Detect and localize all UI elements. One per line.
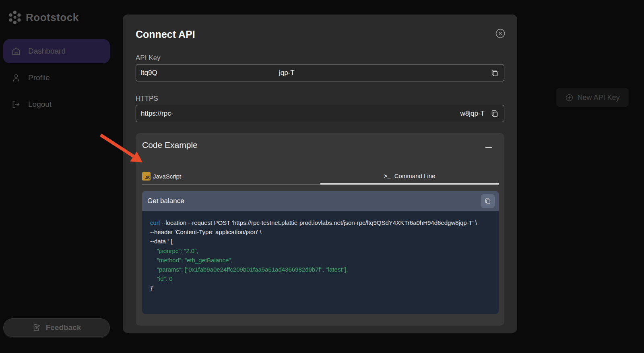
https-value-end: w8jqp-T bbox=[460, 110, 485, 118]
modal-title: Connect API bbox=[136, 29, 195, 40]
code-line: }' bbox=[150, 283, 491, 293]
terminal-icon: >_ bbox=[384, 173, 391, 179]
api-key-input[interactable]: ltq9Q jqp-T bbox=[136, 64, 504, 81]
api-key-value-middle: jqp-T bbox=[279, 69, 295, 77]
code-line: "method": "eth_getBalance", bbox=[150, 255, 491, 265]
code-line: "jsonrpc": "2.0", bbox=[150, 246, 491, 255]
copy-icon[interactable] bbox=[490, 109, 499, 118]
app-root: Rootstock Dashboard Profile Logout bbox=[0, 0, 644, 353]
api-key-value-start: ltq9Q bbox=[141, 69, 157, 77]
code-example-card: Code Example JS JavaScript >_ Command Li… bbox=[136, 133, 504, 326]
https-label: HTTPS bbox=[136, 95, 158, 103]
code-line: --header 'Content-Type: application/json… bbox=[150, 227, 491, 237]
code-example-title: Code Example bbox=[142, 140, 198, 150]
code-snippet-title: Get balance bbox=[147, 197, 184, 205]
https-value-start: https://rpc- bbox=[141, 110, 173, 118]
tab-javascript[interactable]: JS JavaScript bbox=[142, 168, 320, 185]
code-snippet-header: Get balance bbox=[142, 191, 499, 211]
connect-api-modal: Connect API API Key ltq9Q jqp-T HTTPS ht… bbox=[123, 15, 517, 333]
copy-icon[interactable] bbox=[490, 69, 499, 77]
code-snippet-box: Get balance curl --location --request PO… bbox=[142, 191, 499, 314]
tab-label: JavaScript bbox=[153, 173, 181, 180]
api-key-label: API Key bbox=[136, 54, 160, 62]
code-line: "params": ["0x1fab9a0e24ffc209b01faa5a61… bbox=[150, 265, 491, 274]
code-snippet-body[interactable]: curl --location --request POST 'https://… bbox=[142, 211, 499, 314]
tab-label: Command Line bbox=[394, 172, 436, 179]
code-line: "id": 0 bbox=[150, 274, 491, 283]
code-tabs: JS JavaScript >_ Command Line bbox=[142, 168, 499, 185]
collapse-icon[interactable] bbox=[485, 143, 493, 151]
copy-icon bbox=[484, 197, 491, 205]
copy-code-button[interactable] bbox=[481, 194, 495, 208]
code-line: --data ' { bbox=[150, 237, 491, 246]
https-input[interactable]: https://rpc- w8jqp-T bbox=[136, 105, 504, 122]
close-icon[interactable] bbox=[495, 28, 506, 39]
code-line: curl --location --request POST 'https://… bbox=[150, 218, 491, 227]
tab-command-line[interactable]: >_ Command Line bbox=[320, 168, 499, 185]
javascript-icon: JS bbox=[142, 172, 151, 181]
